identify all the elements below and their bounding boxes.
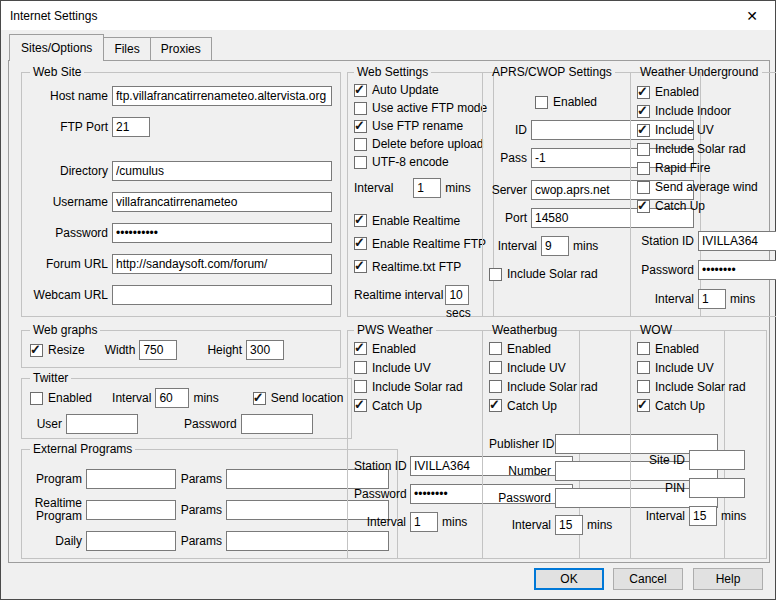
checkbox-label: Enabled [48, 391, 92, 405]
graph-width-label: Width [105, 343, 136, 357]
webcam-url-label: Webcam URL [30, 288, 108, 302]
wow-enabled-checkbox[interactable]: Enabled [637, 339, 760, 358]
graph-width-input[interactable] [139, 340, 177, 360]
directory-input[interactable] [112, 161, 332, 181]
wunderground-group: Weather Underground Enabled Include Indo… [630, 65, 776, 317]
daily-input[interactable] [86, 531, 176, 551]
checkbox-box [354, 380, 367, 393]
cancel-button[interactable]: Cancel [613, 568, 683, 590]
realtime-txt-ftp-checkbox[interactable]: Realtime.txt FTP [354, 255, 487, 278]
program-row: Program Params [30, 468, 389, 490]
external-programs-legend: External Programs [30, 442, 135, 456]
send-location-checkbox[interactable]: Send location [253, 389, 344, 407]
help-button[interactable]: Help [693, 568, 763, 590]
web-interval-input[interactable] [413, 178, 441, 198]
tab-sites-options[interactable]: Sites/Options [9, 34, 104, 61]
checkbox-label: Include Indoor [655, 104, 731, 118]
close-icon[interactable]: ✕ [729, 1, 775, 30]
pws-interval-input[interactable] [410, 512, 438, 532]
checkbox-label: Enable Realtime FTP [372, 237, 486, 251]
checkbox-label: Send location [271, 391, 344, 405]
webcam-url-input[interactable] [112, 285, 332, 305]
delete-before-upload-checkbox[interactable]: Delete before upload [354, 135, 487, 153]
resize-checkbox[interactable]: Resize [30, 341, 85, 359]
checkbox-label: Include UV [655, 361, 714, 375]
realtime-program-row: Realtime Program Params [30, 497, 389, 523]
forum-url-input[interactable] [112, 254, 332, 274]
wu-password-row: Password [637, 259, 776, 281]
checkbox-box [354, 361, 367, 374]
pws-password-label: Password [354, 487, 406, 501]
ftp-rename-checkbox[interactable]: Use FTP rename [354, 117, 487, 135]
wu-include-solar-checkbox[interactable]: Include Solar rad [637, 140, 776, 158]
twitter-user-input[interactable] [66, 414, 138, 434]
checkbox-box [354, 156, 367, 169]
checkbox-box [637, 361, 650, 374]
checkbox-box [354, 84, 367, 97]
twitter-legend: Twitter [30, 371, 71, 385]
realtime-interval-input[interactable] [445, 285, 469, 305]
checkbox-box [30, 344, 43, 357]
directory-row: Directory [30, 160, 332, 182]
web-interval-label: Interval [354, 181, 393, 195]
host-name-input[interactable] [112, 86, 332, 106]
wb-interval-input[interactable] [555, 515, 583, 535]
realtime-interval-row: Realtime interval [354, 284, 487, 306]
daily-params-label: Params [180, 534, 222, 548]
username-input[interactable] [112, 192, 332, 212]
wu-send-average-wind-checkbox[interactable]: Send average wind [637, 178, 776, 196]
tab-files[interactable]: Files [103, 37, 150, 61]
wu-password-input[interactable] [698, 260, 776, 280]
ok-button[interactable]: OK [534, 568, 604, 590]
web-site-password-input[interactable] [112, 223, 332, 243]
wu-catch-up-checkbox[interactable]: Catch Up [637, 197, 776, 215]
wu-station-id-input[interactable] [698, 231, 776, 251]
wow-include-solar-checkbox[interactable]: Include Solar rad [637, 377, 760, 396]
tab-proxies[interactable]: Proxies [150, 37, 212, 61]
program-input[interactable] [86, 469, 176, 489]
checkbox-label: Delete before upload [372, 137, 483, 151]
twitter-password-input[interactable] [241, 414, 313, 434]
enable-realtime-checkbox[interactable]: Enable Realtime [354, 209, 487, 232]
enable-realtime-ftp-checkbox[interactable]: Enable Realtime FTP [354, 232, 487, 255]
auto-update-checkbox[interactable]: Auto Update [354, 81, 487, 99]
wu-interval-label: Interval [637, 292, 694, 306]
checkbox-box [637, 342, 650, 355]
ftp-port-input[interactable] [112, 117, 150, 137]
utf8-encode-checkbox[interactable]: UTF-8 encode [354, 153, 487, 171]
checkbox-box [354, 237, 367, 250]
graph-height-input[interactable] [246, 340, 284, 360]
checkbox-label: Enabled [655, 85, 699, 99]
wu-include-indoor-checkbox[interactable]: Include Indoor [637, 102, 776, 120]
checkbox-box [30, 392, 43, 405]
wu-enabled-checkbox[interactable]: Enabled [637, 83, 776, 101]
checkbox-box [637, 200, 650, 213]
wu-include-uv-checkbox[interactable]: Include UV [637, 121, 776, 139]
ftp-port-label: FTP Port [30, 120, 108, 134]
wu-interval-input[interactable] [698, 289, 726, 309]
checkbox-box [489, 399, 502, 412]
wow-interval-input[interactable] [689, 506, 717, 526]
wow-pin-input[interactable] [689, 478, 745, 498]
checkbox-box [253, 392, 266, 405]
wow-site-id-input[interactable] [689, 450, 745, 470]
checkbox-label: Include UV [507, 361, 566, 375]
twitter-user-label: User [30, 417, 62, 431]
checkbox-box [354, 138, 367, 151]
twitter-enabled-checkbox[interactable]: Enabled [30, 389, 92, 407]
checkbox-label: Use FTP rename [372, 119, 463, 133]
aprs-interval-input[interactable] [541, 236, 569, 256]
checkbox-box [637, 86, 650, 99]
wu-rapid-fire-checkbox[interactable]: Rapid Fire [637, 159, 776, 177]
checkbox-box [637, 399, 650, 412]
active-ftp-checkbox[interactable]: Use active FTP mode [354, 99, 487, 117]
wow-interval-label: Interval [637, 509, 685, 523]
checkbox-label: Include Solar rad [655, 380, 746, 394]
realtime-program-label: Realtime Program [30, 497, 82, 523]
wow-catch-up-checkbox[interactable]: Catch Up [637, 396, 760, 415]
username-label: Username [30, 195, 108, 209]
web-settings-fields: Auto Update Use active FTP mode Use FTP … [354, 81, 487, 320]
twitter-interval-input[interactable] [155, 388, 189, 408]
wow-include-uv-checkbox[interactable]: Include UV [637, 358, 760, 377]
realtime-program-input[interactable] [86, 500, 176, 520]
